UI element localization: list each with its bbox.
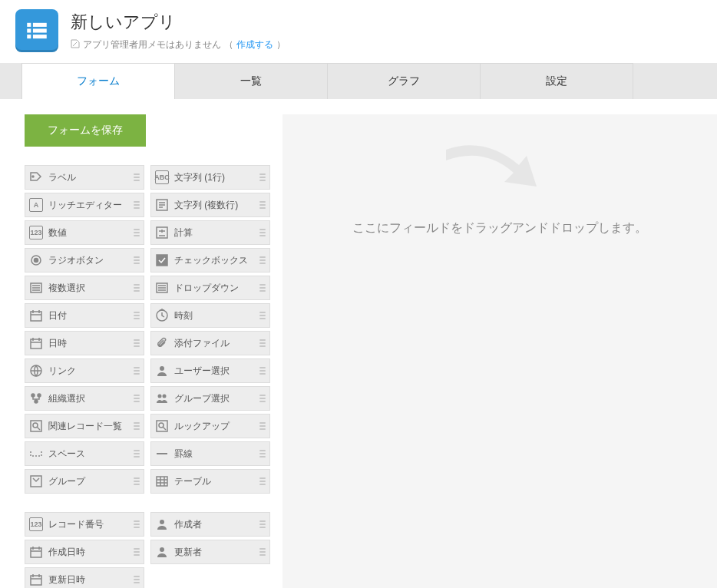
save-form-button[interactable]: フォームを保存 bbox=[25, 114, 146, 147]
drag-grip-icon bbox=[133, 576, 140, 583]
field-icon bbox=[154, 446, 170, 461]
svg-point-30 bbox=[160, 520, 164, 524]
field-icon bbox=[154, 225, 170, 240]
drag-grip-icon bbox=[133, 450, 140, 458]
field-item[interactable]: 作成日時 bbox=[25, 540, 144, 564]
field-item[interactable]: 関連レコード一覧 bbox=[25, 414, 144, 438]
tab-list[interactable]: 一覧 bbox=[174, 63, 328, 99]
field-label: 計算 bbox=[174, 226, 259, 239]
field-item[interactable]: 文字列 (複数行) bbox=[150, 193, 270, 217]
field-icon bbox=[28, 391, 44, 406]
field-label: 作成者 bbox=[174, 518, 259, 531]
field-icon bbox=[28, 446, 44, 461]
tab-form[interactable]: フォーム bbox=[21, 63, 175, 99]
field-item[interactable]: 添付ファイル bbox=[150, 331, 270, 355]
field-item[interactable]: テーブル bbox=[150, 469, 270, 494]
svg-rect-5 bbox=[33, 35, 47, 38]
field-icon bbox=[154, 544, 170, 560]
field-label: 添付ファイル bbox=[174, 337, 259, 350]
drag-grip-icon bbox=[259, 548, 266, 556]
field-icon: ABC bbox=[154, 170, 170, 185]
field-item[interactable]: 更新日時 bbox=[25, 567, 144, 588]
field-item[interactable]: 更新者 bbox=[150, 540, 270, 564]
field-label: リンク bbox=[48, 365, 133, 378]
field-item[interactable]: A リッチエディター bbox=[25, 193, 144, 217]
drag-grip-icon bbox=[133, 477, 140, 485]
tab-graph[interactable]: グラフ bbox=[327, 63, 481, 99]
field-label: グループ bbox=[48, 475, 133, 488]
svg-point-19 bbox=[31, 394, 35, 397]
drag-grip-icon bbox=[259, 520, 266, 528]
field-icon bbox=[28, 253, 44, 268]
field-item[interactable]: リンク bbox=[25, 358, 144, 383]
drag-grip-icon bbox=[259, 312, 266, 319]
svg-rect-2 bbox=[27, 28, 31, 32]
svg-rect-4 bbox=[27, 35, 31, 38]
field-label: 更新日時 bbox=[48, 573, 133, 586]
field-icon bbox=[154, 391, 170, 406]
drag-grip-icon bbox=[133, 548, 140, 556]
field-label: 罫線 bbox=[174, 448, 259, 461]
field-item[interactable]: グループ選択 bbox=[150, 386, 270, 411]
drag-grip-icon bbox=[133, 312, 140, 319]
field-icon bbox=[28, 335, 44, 351]
field-item[interactable]: 作成者 bbox=[150, 512, 270, 537]
field-label: ユーザー選択 bbox=[174, 365, 259, 378]
field-label: チェックボックス bbox=[174, 254, 259, 267]
field-item[interactable]: ドロップダウン bbox=[150, 276, 270, 300]
field-item[interactable]: チェックボックス bbox=[150, 248, 270, 273]
field-item[interactable]: ABC 文字列 (1行) bbox=[150, 165, 270, 190]
field-item[interactable]: ユーザー選択 bbox=[150, 358, 270, 383]
field-item[interactable]: ルックアップ bbox=[150, 414, 270, 438]
field-label: 組織選択 bbox=[48, 392, 133, 405]
tabs: フォーム 一覧 グラフ 設定 bbox=[0, 63, 717, 99]
field-item[interactable]: 日時 bbox=[25, 331, 144, 355]
drag-grip-icon bbox=[133, 201, 140, 209]
field-item[interactable]: グループ bbox=[25, 469, 144, 494]
field-icon bbox=[28, 308, 44, 323]
drag-grip-icon bbox=[133, 256, 140, 264]
drag-grip-icon bbox=[259, 339, 266, 347]
field-item[interactable]: 計算 bbox=[150, 220, 270, 245]
drag-grip-icon bbox=[259, 395, 266, 402]
field-label: 数値 bbox=[48, 226, 133, 239]
field-label: 日付 bbox=[48, 309, 133, 322]
form-canvas[interactable]: ここにフィールドをドラッグアンドドロップします。 bbox=[283, 114, 717, 588]
field-label: リッチエディター bbox=[48, 199, 133, 212]
field-label: スペース bbox=[48, 448, 133, 461]
field-item[interactable]: 複数選択 bbox=[25, 276, 144, 300]
drag-grip-icon bbox=[259, 450, 266, 458]
field-item[interactable]: 123 数値 bbox=[25, 220, 144, 245]
svg-point-32 bbox=[160, 547, 164, 552]
drag-grip-icon bbox=[259, 201, 266, 209]
field-item[interactable]: 123 レコード番号 bbox=[25, 512, 144, 537]
memo-create-link[interactable]: 作成する bbox=[236, 38, 273, 51]
field-label: レコード番号 bbox=[48, 518, 133, 531]
drag-grip-icon bbox=[133, 339, 140, 347]
field-label: 更新者 bbox=[174, 546, 259, 559]
field-icon: 123 bbox=[28, 225, 44, 240]
field-item[interactable]: ラジオボタン bbox=[25, 248, 144, 273]
svg-rect-33 bbox=[31, 576, 41, 585]
field-icon bbox=[154, 308, 170, 323]
drag-grip-icon bbox=[133, 395, 140, 402]
field-item[interactable]: スペース bbox=[25, 441, 144, 466]
tab-settings[interactable]: 設定 bbox=[480, 63, 633, 99]
field-item[interactable]: ラベル bbox=[25, 165, 144, 190]
field-icon bbox=[154, 197, 170, 213]
drop-arrow-icon bbox=[446, 142, 553, 197]
field-item[interactable]: 日付 bbox=[25, 303, 144, 328]
field-icon bbox=[154, 418, 170, 434]
field-item[interactable]: 組織選択 bbox=[25, 386, 144, 411]
field-label: ラベル bbox=[48, 171, 133, 184]
field-item[interactable]: 罫線 bbox=[150, 441, 270, 466]
app-header: 新しいアプリ アプリ管理者用メモはありません （作成する） bbox=[0, 0, 717, 63]
field-icon: 123 bbox=[28, 517, 44, 532]
field-label: 作成日時 bbox=[48, 546, 133, 559]
svg-rect-3 bbox=[33, 28, 47, 32]
svg-point-22 bbox=[158, 395, 162, 398]
field-label: グループ選択 bbox=[174, 392, 259, 405]
field-item[interactable]: 時刻 bbox=[150, 303, 270, 328]
svg-rect-11 bbox=[157, 255, 167, 266]
svg-rect-16 bbox=[31, 339, 41, 349]
